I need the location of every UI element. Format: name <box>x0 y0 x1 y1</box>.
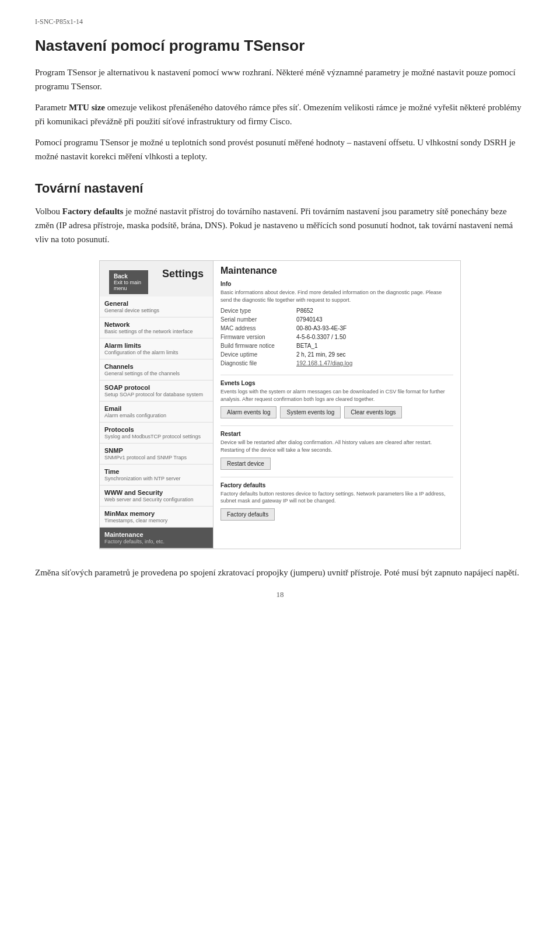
evnets-logs-label: Evnets Logs <box>220 380 453 386</box>
menu-item-name: Email <box>104 405 208 412</box>
back-label: Back <box>114 273 144 280</box>
restart-section: Restart Device will be restarted after d… <box>220 431 453 469</box>
restart-btn-row: Restart device <box>220 458 453 470</box>
factory-desc: Factory defaults button restores device … <box>220 490 453 505</box>
sidebar-item-minmax-memory[interactable]: MinMax memoryTimestamps, clear memory <box>100 507 213 528</box>
menu-item-sub: SNMPv1 protocol and SNMP Traps <box>104 455 208 460</box>
info-key: Diagnostic file <box>220 360 296 366</box>
info-row: Serial number07940143 <box>220 315 453 324</box>
menu-item-sub: Synchronization with NTP server <box>104 476 208 481</box>
restart-desc: Device will be restarted after dialog co… <box>220 439 453 453</box>
sidebar-item-soap-protocol[interactable]: SOAP protocolSetup SOAP protocol for dat… <box>100 381 213 402</box>
events-log-button-1[interactable]: System events log <box>280 406 341 418</box>
menu-item-sub: Basic settings of the network interface <box>104 329 208 334</box>
menu-item-name: SNMP <box>104 447 208 454</box>
info-val: P8652 <box>296 308 313 314</box>
info-row: Firmware version4-5-6-0.3307 / 1.50 <box>220 333 453 341</box>
back-sublabel: Exit to main menu <box>114 280 144 291</box>
info-rows: Device typeP8652Serial number07940143MAC… <box>220 306 453 368</box>
evnets-logs-section: Evnets Logs Events logs with the system … <box>220 380 453 418</box>
info-val: BETA_1 <box>296 343 318 349</box>
sidebar-item-protocols[interactable]: ProtocolsSyslog and ModbusTCP protocol s… <box>100 423 213 444</box>
info-key: Firmware version <box>220 334 296 340</box>
ui-screenshot: Back Exit to main menu Settings GeneralG… <box>99 260 461 549</box>
menu-item-sub: Configuration of the alarm limits <box>104 350 208 355</box>
sidebar-item-network[interactable]: NetworkBasic settings of the network int… <box>100 317 213 338</box>
menu-item-sub: Syslog and ModbusTCP protocol settings <box>104 434 208 439</box>
menu-item-sub: General device settings <box>104 308 208 313</box>
info-row: MAC address00-80-A3-93-4E-3F <box>220 324 453 333</box>
sidebar-item-channels[interactable]: ChannelsGeneral settings of the channels <box>100 359 213 381</box>
factory-label: Factory defaults <box>220 482 453 488</box>
menu-item-sub: General settings of the channels <box>104 371 208 376</box>
paragraph-2: Parametr MTU size omezuje velikost přená… <box>35 100 525 128</box>
menu-item-name: Network <box>104 321 208 328</box>
evnets-logs-buttons: Alarm events logSystem events logClear e… <box>220 406 453 418</box>
sidebar-item-time[interactable]: TimeSynchronization with NTP server <box>100 465 213 486</box>
info-row: Device typeP8652 <box>220 306 453 315</box>
settings-title: Settings <box>158 266 208 285</box>
menu-item-name: MinMax memory <box>104 510 208 517</box>
page-title: Nastavení pomocí programu TSensor <box>35 37 525 55</box>
paragraph-1: Program TSensor je alternativou k nastav… <box>35 65 525 93</box>
sidebar-item-alarm-limits[interactable]: Alarm limitsConfiguration of the alarm l… <box>100 338 213 359</box>
maintenance-title: Maintenance <box>220 266 453 276</box>
footer-paragraph-1: Změna síťových parametrů je provedena po… <box>35 566 525 580</box>
menu-item-name: WWW and Security <box>104 489 208 496</box>
section2-paragraph-1: Volbou Factory defaults je možné nastavi… <box>35 204 525 246</box>
menu-item-sub: Timestamps, clear memory <box>104 518 208 523</box>
factory-defaults-button[interactable]: Factory defaults <box>220 508 275 521</box>
info-val: 4-5-6-0.3307 / 1.50 <box>296 334 346 340</box>
menu-item-sub: Setup SOAP protocol for database system <box>104 392 208 397</box>
events-log-button-2[interactable]: Clear events logs <box>344 406 402 418</box>
info-key: Device uptime <box>220 351 296 358</box>
restart-label: Restart <box>220 431 453 437</box>
info-row: Build firmware noticeBETA_1 <box>220 341 453 350</box>
left-panel: Back Exit to main menu Settings GeneralG… <box>100 261 214 549</box>
menu-item-name: Protocols <box>104 426 208 433</box>
sidebar-item-general[interactable]: GeneralGeneral device settings <box>100 296 213 317</box>
menu-item-name: Time <box>104 468 208 475</box>
info-val: 07940143 <box>296 316 323 323</box>
menu-item-sub: Factory defaults, info, etc. <box>104 539 208 544</box>
diagnostic-link[interactable]: 192.168.1.47/diag.log <box>296 360 352 366</box>
menu-item-sub: Web server and Security configuration <box>104 497 208 502</box>
info-key: MAC address <box>220 325 296 331</box>
sidebar-item-snmp[interactable]: SNMPSNMPv1 protocol and SNMP Traps <box>100 444 213 465</box>
menu-item-name: Maintenance <box>104 531 208 538</box>
page-number: 18 <box>35 590 525 599</box>
info-key: Build firmware notice <box>220 343 296 349</box>
right-panel: Maintenance Info Basic informations abou… <box>214 261 460 549</box>
info-val: 00-80-A3-93-4E-3F <box>296 325 346 331</box>
events-log-button-0[interactable]: Alarm events log <box>220 406 276 418</box>
menu-list: GeneralGeneral device settingsNetworkBas… <box>100 296 213 549</box>
back-button[interactable]: Back Exit to main menu <box>109 270 148 294</box>
menu-item-name: Channels <box>104 363 208 370</box>
factory-section: Factory defaults Factory defaults button… <box>220 482 453 521</box>
sidebar-item-email[interactable]: EmailAlarm emails configuration <box>100 402 213 423</box>
factory-btn-row: Factory defaults <box>220 508 453 521</box>
menu-item-name: Alarm limits <box>104 342 208 349</box>
doc-id: I-SNC-P85x1-14 <box>35 18 525 26</box>
paragraph-3: Pomocí programu TSensor je možné u teplo… <box>35 135 525 163</box>
evnets-logs-desc: Events logs with the system or alarm mes… <box>220 388 453 403</box>
info-key: Device type <box>220 308 296 314</box>
info-desc: Basic informations about device. Find mo… <box>220 289 453 303</box>
info-val: 2 h, 21 min, 29 sec <box>296 351 346 358</box>
sidebar-item-maintenance[interactable]: MaintenanceFactory defaults, info, etc. <box>100 528 213 549</box>
restart-device-button[interactable]: Restart device <box>220 458 271 470</box>
info-section: Info Basic informations about device. Fi… <box>220 281 453 368</box>
info-key: Serial number <box>220 316 296 323</box>
sidebar-item-www-and-security[interactable]: WWW and SecurityWeb server and Security … <box>100 486 213 507</box>
section2-title: Tovární nastavení <box>35 181 525 196</box>
menu-item-name: SOAP protocol <box>104 384 208 391</box>
menu-item-name: General <box>104 300 208 307</box>
menu-item-sub: Alarm emails configuration <box>104 413 208 418</box>
info-label: Info <box>220 281 453 287</box>
info-val: 192.168.1.47/diag.log <box>296 360 352 366</box>
info-row: Device uptime2 h, 21 min, 29 sec <box>220 350 453 359</box>
info-row: Diagnostic file192.168.1.47/diag.log <box>220 359 453 368</box>
